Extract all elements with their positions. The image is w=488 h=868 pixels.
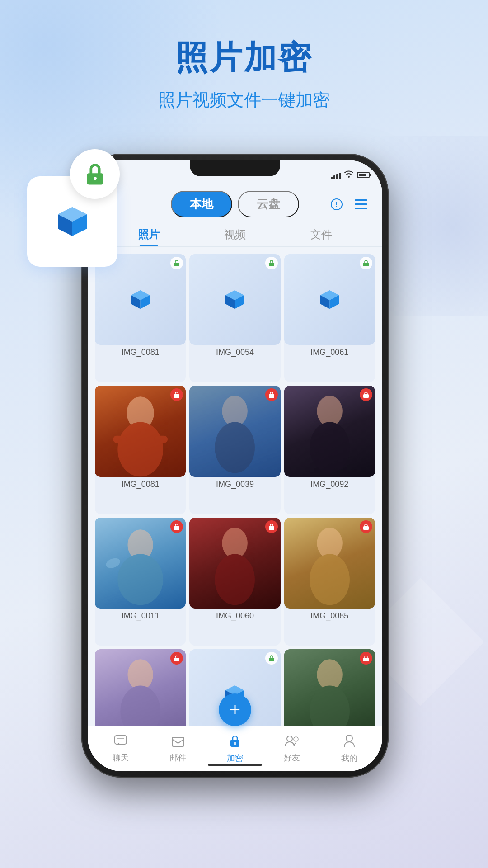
lock-badge-red <box>265 388 278 401</box>
phone-outer: 11 <box>81 154 389 778</box>
svg-point-34 <box>215 422 255 473</box>
encrypted-cube-icon <box>128 287 153 312</box>
top-nav: 本地 云盘 ! <box>88 185 382 223</box>
nav-mail-label: 邮件 <box>170 752 186 763</box>
svg-rect-29 <box>113 436 127 443</box>
phone-screen: 11 <box>88 160 382 771</box>
photo-label: IMG_0061 <box>284 345 375 358</box>
svg-point-36 <box>317 396 342 426</box>
svg-point-28 <box>117 422 163 477</box>
nav-icons: ! <box>328 196 370 213</box>
svg-point-44 <box>215 554 255 605</box>
profile-icon <box>343 734 355 751</box>
svg-point-57 <box>317 659 342 690</box>
photo-item[interactable]: IMG_0081 <box>95 386 186 514</box>
svg-rect-21 <box>269 263 274 266</box>
svg-point-37 <box>310 422 350 473</box>
home-indicator <box>208 764 262 766</box>
photo-item[interactable]: IMG_0081 <box>95 254 186 382</box>
lock-badge-red <box>360 652 372 665</box>
photo-item[interactable]: IMG_0011 <box>95 518 186 646</box>
photo-item[interactable]: IMG_0092 <box>284 386 375 514</box>
nav-profile[interactable]: 我的 <box>331 734 367 764</box>
main-title: 照片加密 <box>0 36 488 80</box>
nav-mail[interactable]: 邮件 <box>160 735 196 763</box>
info-icon[interactable]: ! <box>328 196 345 213</box>
chat-icon <box>114 735 127 750</box>
nav-friends[interactable]: 好友 <box>274 735 310 763</box>
svg-point-67 <box>287 736 292 741</box>
lock-badge-red <box>360 520 372 533</box>
photo-item[interactable]: IMG_0039 <box>189 386 280 514</box>
photo-label: IMG_0060 <box>189 609 280 622</box>
tab-videos[interactable]: 视频 <box>192 223 278 246</box>
svg-rect-11 <box>355 208 367 209</box>
nav-local-button[interactable]: 本地 <box>171 191 232 217</box>
header-section: 照片加密 照片视频文件一键加密 <box>0 36 488 112</box>
photo-item[interactable]: IMG_0054 <box>189 254 280 382</box>
svg-rect-59 <box>363 658 369 661</box>
nav-chat[interactable]: 聊天 <box>103 735 139 763</box>
svg-point-1 <box>94 177 97 180</box>
cube-card-icon <box>54 203 90 240</box>
tab-files[interactable]: 文件 <box>278 223 364 246</box>
sub-title: 照片视频文件一键加密 <box>0 89 488 112</box>
photo-item[interactable]: IMG_0060 <box>189 518 280 646</box>
tab-photos[interactable]: 照片 <box>106 223 192 246</box>
svg-rect-48 <box>363 526 369 530</box>
encrypt-icon <box>229 734 241 751</box>
nav-encrypt[interactable]: 加密 <box>217 734 253 764</box>
svg-point-41 <box>105 556 122 570</box>
status-icons <box>331 170 370 180</box>
svg-rect-51 <box>174 658 179 661</box>
friends-icon <box>284 735 300 750</box>
nav-encrypt-label: 加密 <box>227 753 243 764</box>
nav-friends-label: 好友 <box>284 752 300 763</box>
nav-cloud-button[interactable]: 云盘 <box>238 191 299 217</box>
lock-badge-red <box>170 652 183 665</box>
phone-wrapper: 11 <box>81 154 389 778</box>
svg-point-40 <box>117 554 163 605</box>
lock-badge-red <box>170 520 183 533</box>
photo-label: IMG_0092 <box>284 477 375 490</box>
photo-label: IMG_0081 <box>95 345 186 358</box>
nav-profile-label: 我的 <box>341 753 357 764</box>
lock-badge-red <box>265 520 278 533</box>
svg-rect-60 <box>115 736 127 744</box>
nav-chat-label: 聊天 <box>113 752 129 763</box>
lock-float-icon <box>83 162 108 187</box>
photo-item[interactable]: IMG_0061 <box>284 254 375 382</box>
svg-text:!: ! <box>335 201 338 208</box>
battery-icon <box>357 172 370 178</box>
svg-rect-9 <box>355 199 367 201</box>
phone-notch <box>190 160 280 176</box>
svg-rect-42 <box>174 526 179 530</box>
svg-rect-63 <box>172 737 184 746</box>
photo-label: IMG_0011 <box>95 609 186 622</box>
svg-point-47 <box>310 554 350 605</box>
photo-label: IMG_0039 <box>189 477 280 490</box>
svg-point-68 <box>294 737 298 741</box>
svg-rect-31 <box>174 394 179 398</box>
photo-label: IMG_0081 <box>95 477 186 490</box>
svg-rect-45 <box>269 526 274 530</box>
lock-float-badge <box>70 149 120 199</box>
photo-item[interactable]: IMG_0085 <box>284 518 375 646</box>
signal-icon <box>331 171 341 179</box>
lock-badge-green <box>360 257 372 269</box>
add-button[interactable]: + <box>219 693 251 726</box>
phone-inner: 11 <box>88 160 382 771</box>
svg-point-69 <box>346 735 352 741</box>
tab-bar: 照片 视频 文件 <box>88 223 382 247</box>
svg-point-49 <box>127 659 153 690</box>
lock-badge-green <box>265 652 278 665</box>
svg-rect-26 <box>363 263 369 266</box>
menu-icon[interactable] <box>352 196 370 213</box>
mail-icon <box>171 735 185 750</box>
svg-rect-30 <box>154 436 168 443</box>
svg-rect-10 <box>355 203 367 205</box>
svg-rect-56 <box>269 658 274 661</box>
wifi-icon <box>344 170 353 180</box>
svg-rect-38 <box>363 394 369 398</box>
photo-label: IMG_0054 <box>189 345 280 358</box>
